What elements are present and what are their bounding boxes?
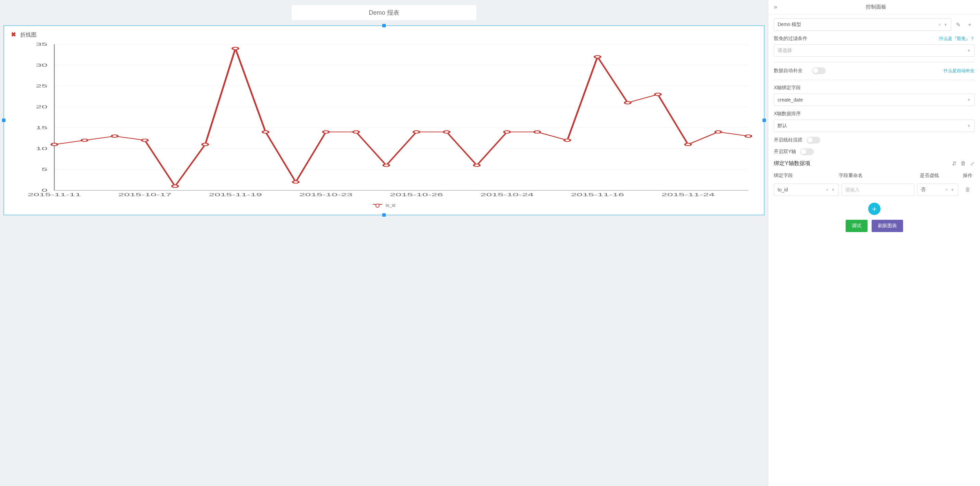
exempt-placeholder: 请选择: [778, 48, 792, 54]
svg-point-34: [293, 181, 299, 183]
control-panel: » 控制面板 Demo 模型 × ▼ ✎ ＋ 豁免的过滤条件 什么是『豁免』？ …: [768, 0, 980, 486]
svg-text:2015-11-19: 2015-11-19: [209, 192, 262, 197]
panel-header: » 控制面板: [768, 0, 980, 14]
svg-text:2015-10-17: 2015-10-17: [118, 192, 172, 197]
y-table-row: to_id × ▼ 否 × ▼ 🗑: [774, 181, 975, 198]
legend-marker-icon: [373, 204, 382, 208]
resize-handle-left[interactable]: [2, 119, 5, 122]
svg-text:2015-11-16: 2015-11-16: [571, 192, 624, 197]
x-sort-select[interactable]: 默认 ▼: [774, 120, 975, 132]
chart-card[interactable]: ✖ 折线图 051015202530352015-11-112015-10-17…: [3, 25, 765, 215]
add-model-icon[interactable]: ＋: [965, 20, 975, 29]
chevron-down-icon: ▼: [967, 98, 971, 102]
y-head-ops: 操作: [961, 173, 975, 179]
svg-point-46: [655, 93, 661, 95]
delete-row-icon[interactable]: 🗑: [965, 187, 970, 192]
svg-text:2015-11-11: 2015-11-11: [28, 192, 81, 197]
svg-point-48: [715, 130, 721, 133]
chart-legend[interactable]: to_id: [11, 203, 757, 208]
y-field-value: to_id: [778, 187, 788, 192]
svg-point-45: [625, 102, 631, 104]
sort-icon[interactable]: ⇵: [952, 160, 956, 167]
remove-chart-icon[interactable]: ✖: [11, 31, 16, 38]
svg-point-28: [111, 135, 118, 137]
chart-title-text: 折线图: [20, 32, 37, 38]
report-title-bar: Demo 报表: [3, 0, 765, 25]
mix-toggle[interactable]: [807, 137, 820, 143]
y-table-header: 绑定字段 字段重命名 是否虚线 操作: [774, 170, 975, 181]
svg-point-33: [262, 130, 269, 133]
x-sort-value: 默认: [778, 123, 787, 129]
chevron-down-icon: ▼: [944, 22, 948, 27]
svg-point-29: [142, 139, 148, 141]
svg-point-37: [383, 164, 390, 167]
svg-text:2015-10-23: 2015-10-23: [299, 192, 353, 197]
svg-point-36: [353, 130, 359, 133]
chevron-down-icon: ▼: [967, 49, 971, 52]
svg-text:30: 30: [36, 62, 48, 67]
chevron-down-icon: ▼: [951, 187, 955, 192]
chevron-down-icon: ▼: [967, 124, 971, 128]
dual-y-label: 开启双Y轴: [774, 149, 796, 155]
svg-text:2015-10-24: 2015-10-24: [480, 192, 534, 197]
add-y-row-button[interactable]: ＋: [868, 203, 880, 215]
exempt-label: 豁免的过滤条件: [774, 35, 807, 42]
svg-point-47: [685, 143, 691, 146]
y-dashed-clear-icon[interactable]: ×: [944, 187, 949, 192]
x-sort-label: X轴数据排序: [774, 111, 801, 117]
autofill-toggle[interactable]: [812, 67, 826, 74]
mix-toggle-label: 开启线柱混搭: [774, 137, 803, 143]
svg-text:2015-11-24: 2015-11-24: [661, 192, 715, 197]
model-select-value: Demo 模型: [778, 22, 801, 28]
svg-text:15: 15: [36, 125, 48, 130]
exempt-select[interactable]: 请选择 ▼: [774, 44, 975, 57]
panel-title: 控制面板: [777, 4, 975, 10]
y-head-rename: 字段重命名: [839, 173, 920, 179]
y-field-clear-icon[interactable]: ×: [824, 187, 830, 192]
svg-point-39: [444, 130, 450, 133]
svg-text:20: 20: [36, 105, 48, 110]
exempt-help-link[interactable]: 什么是『豁免』？: [939, 35, 975, 42]
y-head-dashed: 是否虚线: [920, 173, 961, 179]
svg-point-31: [202, 143, 208, 146]
svg-point-30: [172, 185, 178, 187]
svg-point-32: [232, 47, 238, 49]
svg-text:5: 5: [42, 167, 48, 172]
y-bind-label: 绑定Y轴数据项: [774, 160, 810, 167]
model-clear-icon[interactable]: ×: [937, 22, 942, 27]
autofill-help-link[interactable]: 什么是自动补全: [943, 68, 975, 74]
y-rename-input[interactable]: [842, 184, 914, 196]
legend-label: to_id: [386, 203, 395, 208]
collapse-panel-icon[interactable]: »: [774, 3, 777, 11]
svg-point-49: [745, 135, 752, 137]
x-field-label: X轴绑定字段: [774, 85, 801, 91]
expand-icon[interactable]: ⤢: [970, 160, 975, 167]
debug-button[interactable]: 调试: [846, 220, 867, 232]
separator: [774, 79, 975, 80]
svg-point-43: [564, 139, 570, 141]
x-field-value: create_date: [778, 97, 803, 103]
svg-text:25: 25: [36, 84, 48, 89]
svg-text:2015-10-26: 2015-10-26: [390, 192, 443, 197]
x-field-select[interactable]: create_date ▼: [774, 94, 975, 106]
chart-plot: 051015202530352015-11-112015-10-172015-1…: [11, 41, 757, 201]
canvas-area: Demo 报表 ✖ 折线图 051015202530352015-11-1120…: [0, 0, 768, 486]
report-title[interactable]: Demo 报表: [292, 5, 476, 20]
svg-point-42: [534, 130, 540, 133]
resize-handle-right[interactable]: [762, 119, 766, 122]
svg-point-35: [323, 130, 329, 133]
resize-handle-bottom[interactable]: [382, 213, 386, 217]
chart-title-row: ✖ 折线图: [11, 29, 757, 41]
chevron-down-icon: ▼: [831, 187, 835, 192]
y-dashed-value: 否: [921, 187, 926, 193]
edit-model-icon[interactable]: ✎: [953, 20, 963, 29]
svg-point-26: [51, 143, 57, 146]
y-field-select[interactable]: to_id × ▼: [774, 184, 839, 196]
delete-all-icon[interactable]: 🗑: [961, 160, 966, 167]
resize-handle-top[interactable]: [382, 24, 386, 27]
y-head-field: 绑定字段: [774, 173, 839, 179]
y-dashed-select[interactable]: 否 × ▼: [917, 184, 958, 196]
refresh-chart-button[interactable]: 刷新图表: [872, 220, 903, 232]
dual-y-toggle[interactable]: [800, 148, 814, 155]
model-select[interactable]: Demo 模型 × ▼: [774, 19, 951, 31]
